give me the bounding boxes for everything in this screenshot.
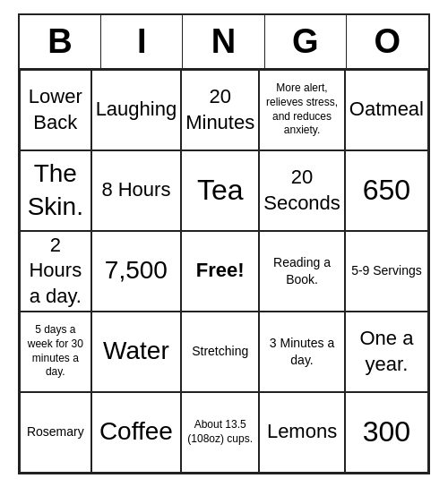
bingo-cell-2: 20 Minutes xyxy=(181,70,259,150)
bingo-cell-13: Reading a Book. xyxy=(259,231,345,312)
bingo-card: BINGO Lower BackLaughing20 MinutesMore a… xyxy=(18,13,430,474)
header-letter-n: N xyxy=(183,15,264,68)
bingo-grid: Lower BackLaughing20 MinutesMore alert, … xyxy=(20,70,428,473)
header-letter-o: O xyxy=(347,15,428,68)
bingo-cell-9: 650 xyxy=(345,150,428,231)
bingo-cell-24: 300 xyxy=(345,392,428,473)
header-letter-g: G xyxy=(265,15,347,68)
bingo-cell-20: Rosemary xyxy=(20,392,91,473)
bingo-cell-22: About 13.5 (108oz) cups. xyxy=(181,392,259,473)
bingo-cell-17: Stretching xyxy=(181,312,259,392)
bingo-cell-1: Laughing xyxy=(91,70,182,150)
bingo-cell-14: 5-9 Servings xyxy=(345,231,428,312)
bingo-cell-19: One a year. xyxy=(345,312,428,392)
bingo-cell-11: 7,500 xyxy=(91,231,182,312)
bingo-cell-6: 8 Hours xyxy=(91,150,182,231)
bingo-cell-10: 2 Hours a day. xyxy=(20,231,91,312)
bingo-cell-12: Free! xyxy=(181,231,259,312)
bingo-cell-18: 3 Minutes a day. xyxy=(259,312,345,392)
bingo-cell-21: Coffee xyxy=(91,392,182,473)
bingo-cell-0: Lower Back xyxy=(20,70,91,150)
header-letter-b: B xyxy=(20,15,101,68)
bingo-cell-4: Oatmeal xyxy=(345,70,428,150)
bingo-header: BINGO xyxy=(20,15,428,70)
bingo-cell-7: Tea xyxy=(181,150,259,231)
bingo-cell-8: 20 Seconds xyxy=(259,150,345,231)
bingo-cell-5: The Skin. xyxy=(20,150,91,231)
bingo-cell-3: More alert, relieves stress, and reduces… xyxy=(259,70,345,150)
bingo-cell-15: 5 days a week for 30 minutes a day. xyxy=(20,312,91,392)
bingo-cell-23: Lemons xyxy=(259,392,345,473)
header-letter-i: I xyxy=(101,15,183,68)
bingo-cell-16: Water xyxy=(91,312,182,392)
